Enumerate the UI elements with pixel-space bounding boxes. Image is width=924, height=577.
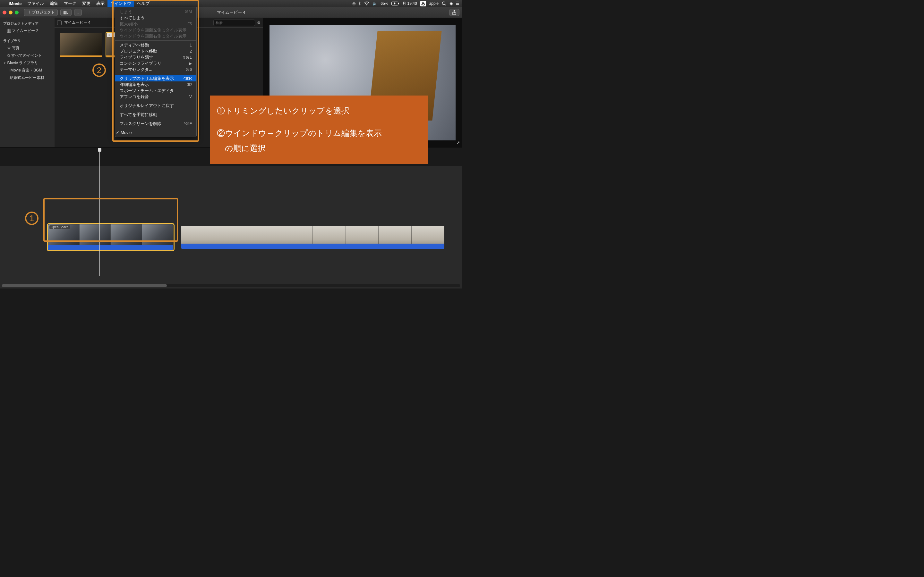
dd-close-all[interactable]: すべてしまう xyxy=(115,15,196,21)
toolbar: 〈プロジェクト ▦♪ ↓ マイムービー 4 xyxy=(0,7,462,18)
sidebar-imovie-lib[interactable]: iMovie ライブラリ xyxy=(0,59,55,67)
layout-button[interactable]: ▦♪ xyxy=(60,9,71,16)
callout-line-1: ①トリミングしたいクリップを選択 xyxy=(217,103,421,119)
traffic-lights xyxy=(3,11,19,15)
back-button[interactable]: 〈プロジェクト xyxy=(24,9,58,16)
menubar: iMovie ファイル 編集 マーク 変更 表示 ウインドウ ヘルプ ◎ ᛒ 🔈… xyxy=(0,0,462,7)
share-button[interactable] xyxy=(449,9,459,16)
menubar-right: ◎ ᛒ 🔈 65% 月 19:40 あ apple ◉ ☰ xyxy=(352,1,459,6)
dd-theme[interactable]: テーマセレクタ...⌘6 xyxy=(115,66,196,73)
dd-detail[interactable]: 詳細編集を表示⌘/ xyxy=(115,81,196,87)
annotation-callout: ①トリミングしたいクリップを選択 ②ウインドウ→クリップのトリム編集を表示 の順… xyxy=(210,95,428,164)
spotlight-icon[interactable] xyxy=(442,1,446,6)
input-source[interactable]: あ xyxy=(420,1,426,6)
clip-duration: 39… xyxy=(107,33,115,37)
import-button[interactable]: ↓ xyxy=(74,9,82,16)
screencast-icon[interactable]: ◎ xyxy=(352,1,355,6)
user-name[interactable]: apple xyxy=(429,1,439,6)
dd-close: しまう⌘M xyxy=(115,9,196,15)
bluetooth-icon[interactable]: ᛒ xyxy=(359,1,361,6)
dd-sports[interactable]: スポーツ・チーム・エディタ xyxy=(115,87,196,93)
battery-icon[interactable] xyxy=(391,2,399,5)
dd-hide-lib[interactable]: ライブラリを隠す⇧⌘1 xyxy=(115,54,196,60)
back-label: プロジェクト xyxy=(32,10,55,15)
media-clip-1[interactable] xyxy=(60,33,102,57)
dd-to-project[interactable]: プロジェクトへ移動2 xyxy=(115,48,196,54)
clock[interactable]: 月 19:40 xyxy=(402,1,417,6)
dd-trim[interactable]: クリップのトリム編集を表示^⌘R xyxy=(115,75,196,81)
dd-afreco[interactable]: アフレコを録音V xyxy=(115,93,196,100)
sidebar-section-library: ライブラリ xyxy=(0,37,55,45)
sidebar-section-project: プロジェクトメディア xyxy=(0,20,55,27)
window-title: マイムービー 4 xyxy=(217,10,246,15)
menu-help[interactable]: ヘルプ xyxy=(134,0,152,7)
app-menu[interactable]: iMovie xyxy=(6,0,24,7)
timeline-clip-label: Open Space xyxy=(49,226,70,229)
sidebar-photos[interactable]: 写真 xyxy=(0,45,55,52)
expand-icon[interactable]: ⤢ xyxy=(456,140,460,145)
browser-tab[interactable]: マイムービー 4 xyxy=(64,20,90,25)
sidebar-wedding[interactable]: 結婚式ムービー素材 xyxy=(0,74,55,81)
wifi-icon[interactable] xyxy=(364,2,369,5)
dd-bring-front[interactable]: すべてを手前に移動 xyxy=(115,111,196,118)
svg-rect-2 xyxy=(398,3,399,5)
playhead[interactable] xyxy=(99,149,100,276)
dd-tile-left: ウインドウを画面左側にタイル表示 xyxy=(115,27,196,33)
callout-line-2: ②ウインドウ→クリップのトリム編集を表示 xyxy=(217,126,421,141)
dd-imovie[interactable]: iMovie xyxy=(115,129,196,135)
dd-tile-right: ウインドウを画面右側にタイル表示 xyxy=(115,33,196,39)
window-menu-dropdown: しまう⌘M すべてしまう 拡大/縮小F5 ウインドウを画面左側にタイル表示 ウイ… xyxy=(115,7,197,137)
sidebar: プロジェクトメディア ▦ マイムービー 2 ライブラリ 写真 すべてのイベント … xyxy=(0,18,55,147)
dd-zoom: 拡大/縮小F5 xyxy=(115,21,196,27)
control-center-icon[interactable]: ☰ xyxy=(456,1,459,6)
siri-icon[interactable]: ◉ xyxy=(449,1,453,6)
callout-line-3: の順に選択 xyxy=(217,141,421,156)
menu-window[interactable]: ウインドウ xyxy=(107,0,134,7)
horizontal-scrollbar[interactable] xyxy=(2,284,460,287)
browser-settings-icon[interactable]: ⚙ xyxy=(257,21,260,25)
sidebar-bgm[interactable]: iMovie 音楽・BGM xyxy=(0,67,55,74)
close-window[interactable] xyxy=(3,11,6,15)
sidebar-all-events[interactable]: すべてのイベント xyxy=(0,52,55,59)
sidebar-project[interactable]: ▦ マイムービー 2 xyxy=(0,27,55,35)
timeline-clip-1[interactable]: Open Space xyxy=(48,224,173,250)
menu-file[interactable]: ファイル xyxy=(24,0,47,7)
timeline: 設定 Open Space ♪ xyxy=(0,166,462,288)
menu-edit[interactable]: 編集 xyxy=(47,0,61,7)
annotation-circle-1: 1 xyxy=(25,211,39,225)
search-input[interactable] xyxy=(213,19,255,26)
svg-point-3 xyxy=(443,2,445,5)
dd-reset-layout[interactable]: オリジナルレイアウトに戻す xyxy=(115,103,196,109)
timeline-ruler[interactable] xyxy=(0,166,462,173)
menu-change[interactable]: 変更 xyxy=(79,0,94,7)
menu-view[interactable]: 表示 xyxy=(94,0,107,7)
minimize-window[interactable] xyxy=(9,11,13,15)
fullscreen-window[interactable] xyxy=(15,11,19,15)
menu-mark[interactable]: マーク xyxy=(61,0,79,7)
dd-to-media[interactable]: メディアへ移動1 xyxy=(115,42,196,48)
annotation-circle-2: 2 xyxy=(92,63,106,77)
timeline-clip-2[interactable] xyxy=(181,226,444,249)
dd-fullscreen[interactable]: フルスクリーンを解除^⌘F xyxy=(115,121,196,127)
battery-text: 65% xyxy=(381,1,388,6)
browser-view-icon[interactable] xyxy=(57,21,61,25)
svg-point-0 xyxy=(367,5,367,5)
dd-content-lib[interactable]: コンテンツライブラリ▶ xyxy=(115,60,196,66)
svg-line-4 xyxy=(445,5,446,6)
volume-icon[interactable]: 🔈 xyxy=(373,1,377,6)
